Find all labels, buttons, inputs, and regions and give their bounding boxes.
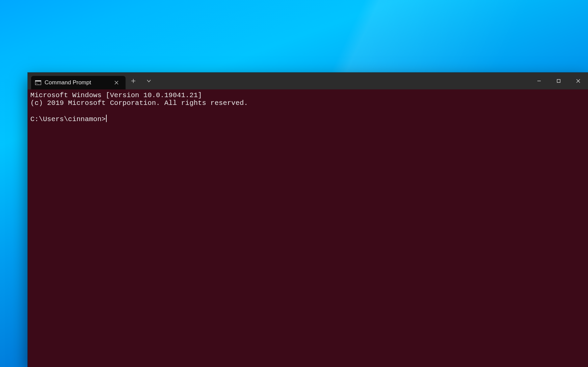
svg-rect-1 xyxy=(35,81,41,82)
window-controls xyxy=(529,73,588,89)
chevron-down-icon xyxy=(146,79,151,83)
tab-dropdown-button[interactable] xyxy=(141,73,157,89)
close-icon xyxy=(114,81,118,85)
terminal-prompt: C:\Users\cinnamon> xyxy=(30,115,106,123)
text-cursor xyxy=(106,115,107,122)
terminal-window: >_ Command Prompt xyxy=(28,73,588,367)
terminal-line: (c) 2019 Microsoft Corporation. All righ… xyxy=(30,99,248,107)
tab-strip: >_ Command Prompt xyxy=(28,73,126,89)
svg-text:>_: >_ xyxy=(36,82,39,85)
tab-command-prompt[interactable]: >_ Command Prompt xyxy=(31,76,126,89)
titlebar[interactable]: >_ Command Prompt xyxy=(28,73,588,89)
svg-rect-8 xyxy=(557,80,560,83)
cmd-icon: >_ xyxy=(35,80,41,85)
minimize-button[interactable] xyxy=(529,73,549,89)
terminal-output[interactable]: Microsoft Windows [Version 10.0.19041.21… xyxy=(28,89,588,367)
maximize-button[interactable] xyxy=(549,73,568,89)
plus-icon xyxy=(131,79,136,83)
minimize-icon xyxy=(537,79,541,83)
terminal-line: Microsoft Windows [Version 10.0.19041.21… xyxy=(30,91,202,99)
tab-close-button[interactable] xyxy=(112,78,121,87)
new-tab-button[interactable] xyxy=(126,73,141,89)
desktop-wallpaper: >_ Command Prompt xyxy=(0,0,588,367)
maximize-icon xyxy=(556,79,561,83)
window-close-button[interactable] xyxy=(568,73,588,89)
tab-title: Command Prompt xyxy=(45,79,109,86)
close-icon xyxy=(576,79,581,83)
titlebar-drag-region[interactable] xyxy=(157,73,529,89)
